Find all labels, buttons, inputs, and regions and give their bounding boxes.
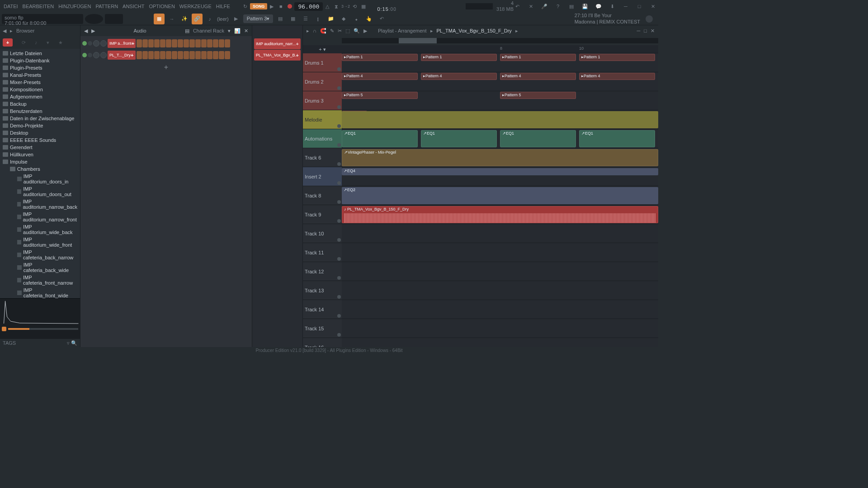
browser-folder[interactable]: Aufgenommen bbox=[0, 93, 80, 100]
pattern-mode-icon[interactable]: ▦ bbox=[154, 14, 165, 24]
step-button[interactable] bbox=[178, 51, 183, 59]
track-lane[interactable]: ↗EQ1↗EQ1↗EQ1↗EQ1 bbox=[342, 129, 658, 148]
track-lane[interactable] bbox=[342, 281, 658, 300]
track-header[interactable]: Melodie bbox=[303, 110, 342, 129]
browser-file[interactable]: IMP cafeteria_front_wide bbox=[0, 286, 80, 298]
pl-sync-icon[interactable]: ∩ bbox=[313, 28, 316, 33]
browser-filter-icon[interactable]: ♪ bbox=[35, 40, 38, 45]
step-button[interactable] bbox=[160, 39, 165, 47]
browser-folder-chambers[interactable]: Chambers bbox=[0, 165, 80, 173]
pattern-clip[interactable]: ▸Pattern 4 bbox=[500, 73, 576, 80]
vol-knob[interactable] bbox=[100, 52, 107, 58]
browser-file[interactable]: IMP cafeteria_back_wide bbox=[0, 261, 80, 274]
melodie-clip[interactable] bbox=[342, 111, 658, 128]
track-mute[interactable] bbox=[337, 219, 341, 223]
tools-icon[interactable]: ✕ bbox=[527, 3, 534, 10]
midi-icon[interactable]: ♪ bbox=[204, 14, 215, 24]
browser-folder[interactable]: Demo-Projekte bbox=[0, 122, 80, 129]
channel-mute[interactable] bbox=[88, 41, 92, 46]
track-mute[interactable] bbox=[337, 314, 341, 318]
track-lane[interactable]: ▸Pattern 4▸Pattern 4▸Pattern 4▸Pattern 4 bbox=[342, 72, 658, 91]
track-lane[interactable]: ♪ PL_TMA_Vox_Bgv_B_150_F_Dry bbox=[342, 205, 658, 224]
automation-clip[interactable]: ↗EQ1 bbox=[421, 130, 497, 147]
snap-play-icon[interactable]: ▶ bbox=[231, 14, 241, 24]
track-mute[interactable] bbox=[337, 143, 341, 147]
step-button[interactable] bbox=[225, 51, 230, 59]
browser-file[interactable]: IMP auditorium_doors_out bbox=[0, 185, 80, 198]
step-button[interactable] bbox=[201, 39, 207, 47]
browser-folder[interactable]: Impulse bbox=[0, 158, 80, 165]
pattern-clip[interactable]: ▸Pattern 4 bbox=[421, 73, 497, 80]
track-header[interactable]: Track 14 bbox=[303, 300, 342, 319]
track-header[interactable]: Track 12 bbox=[303, 262, 342, 281]
browser-add-button[interactable]: + bbox=[3, 38, 13, 47]
browser-folder[interactable]: Hüllkurven bbox=[0, 151, 80, 158]
browser-expand-icon[interactable]: ▸ bbox=[10, 28, 13, 34]
pattern-clip[interactable]: ▸Pattern 5 bbox=[500, 92, 576, 99]
browser-folder[interactable]: Backup bbox=[0, 100, 80, 108]
plugin-btn[interactable]: ◆ bbox=[338, 14, 349, 24]
news-icon[interactable]: ▤ bbox=[568, 3, 575, 10]
undo-icon[interactable]: ↶ bbox=[514, 3, 521, 10]
channel-led[interactable] bbox=[82, 41, 87, 46]
step-button[interactable] bbox=[166, 39, 171, 47]
track-lane[interactable]: ↗VintagePhaser - Mix-Pegel bbox=[342, 148, 658, 167]
audio-clip[interactable]: ♪ PL_TMA_Vox_Bgv_B_150_F_Dry bbox=[342, 206, 658, 223]
menu-ansicht[interactable]: ANSICHT bbox=[121, 3, 146, 10]
track-mute[interactable] bbox=[337, 200, 341, 204]
mixer-btn[interactable]: ⫿ bbox=[313, 14, 324, 24]
step-button[interactable] bbox=[213, 51, 218, 59]
browser-folder[interactable]: Mixer-Presets bbox=[0, 79, 80, 86]
piano-roll-btn[interactable]: ▦ bbox=[288, 14, 298, 24]
step-button[interactable] bbox=[142, 51, 148, 59]
help-icon[interactable]: ? bbox=[554, 3, 561, 10]
track-lane[interactable] bbox=[342, 300, 658, 319]
menu-optionen[interactable]: OPTIONEN bbox=[147, 3, 176, 10]
menu-bearbeiten[interactable]: BEARBEITEN bbox=[21, 3, 56, 10]
add-channel-button[interactable]: + bbox=[82, 61, 250, 73]
track-header[interactable]: Track 16 bbox=[303, 338, 342, 347]
track-mute[interactable] bbox=[337, 257, 341, 261]
record-button[interactable] bbox=[285, 2, 294, 11]
track-header[interactable]: Automations bbox=[303, 129, 342, 148]
browser-file[interactable]: IMP auditorium_narrow_front bbox=[0, 211, 80, 223]
track-header[interactable]: Track 15 bbox=[303, 319, 342, 338]
browser-file[interactable]: IMP auditorium_wide_front bbox=[0, 236, 80, 249]
mic-icon[interactable]: 🎤 bbox=[541, 3, 548, 10]
step-icon[interactable]: ▦ bbox=[359, 2, 368, 11]
tempo-display[interactable]: 96.000 bbox=[294, 2, 323, 11]
main-pitch-slider[interactable] bbox=[105, 14, 123, 24]
browser-folder[interactable]: Kompositionen bbox=[0, 86, 80, 93]
step-button[interactable] bbox=[195, 51, 201, 59]
tempo-tap-btn[interactable]: ⬥ bbox=[351, 14, 362, 24]
browser-back-icon[interactable]: ◀ bbox=[3, 28, 6, 34]
step-button[interactable] bbox=[154, 51, 160, 59]
search-icon[interactable]: 🔍 bbox=[71, 340, 77, 346]
pl-pencil-icon[interactable]: ✎ bbox=[330, 28, 334, 34]
step-button[interactable] bbox=[184, 51, 189, 59]
menu-datei[interactable]: DATEI bbox=[2, 3, 20, 10]
track-lane[interactable] bbox=[342, 319, 658, 338]
automation-clip[interactable]: ↗EQ1 bbox=[579, 130, 655, 147]
step-button[interactable] bbox=[201, 51, 207, 59]
browser-collapse-icon[interactable]: ▾ bbox=[47, 40, 49, 46]
cr-fwd-icon[interactable]: ▶ bbox=[91, 28, 95, 34]
track-mute[interactable] bbox=[337, 181, 341, 185]
browser-refresh-icon[interactable]: ⟳ bbox=[22, 40, 26, 46]
browser-folder[interactable]: Gerendert bbox=[0, 144, 80, 151]
automation-clip[interactable]: ↗EQ2 bbox=[342, 187, 658, 204]
step-button[interactable] bbox=[189, 39, 195, 47]
track-header[interactable]: Drums 3 bbox=[303, 91, 342, 110]
stop-button[interactable]: ■ bbox=[276, 2, 285, 11]
send-icon[interactable]: → bbox=[166, 14, 177, 24]
browser-folder[interactable]: EEEE EEEE Sounds bbox=[0, 136, 80, 144]
cr-group[interactable]: Audio bbox=[99, 28, 181, 33]
step-button[interactable] bbox=[166, 51, 171, 59]
channel-rack-btn[interactable]: ☰ bbox=[300, 14, 311, 24]
step-button[interactable] bbox=[184, 39, 189, 47]
preview-play-icon[interactable] bbox=[2, 327, 6, 331]
step-button[interactable] bbox=[195, 39, 201, 47]
step-button[interactable] bbox=[178, 39, 183, 47]
pl-play-icon[interactable]: ▶ bbox=[363, 28, 367, 34]
track-header[interactable]: Track 11 bbox=[303, 243, 342, 262]
